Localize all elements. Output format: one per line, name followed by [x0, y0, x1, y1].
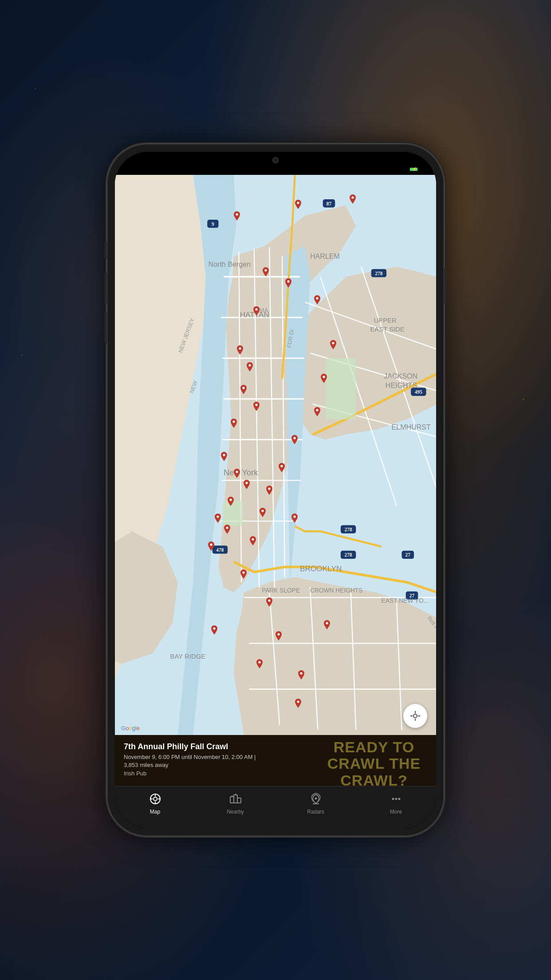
map-pin[interactable] [232, 211, 242, 225]
svg-point-108 [413, 714, 417, 718]
svg-text:CROWN HEIGHTS: CROWN HEIGHTS [310, 587, 362, 594]
mute-button [105, 241, 107, 259]
promo-overlay: READY TO CRAWL THE CRAWL? [312, 735, 436, 793]
tab-radars-icon [308, 791, 324, 807]
map-pin[interactable] [222, 525, 232, 539]
map-pin[interactable] [277, 463, 287, 477]
svg-point-73 [297, 202, 299, 204]
svg-point-72 [236, 213, 238, 215]
map-pin[interactable] [239, 385, 248, 399]
tab-more[interactable]: More [356, 791, 436, 815]
map-pin[interactable] [312, 295, 322, 309]
battery-icon: ⚡ [409, 166, 422, 172]
svg-text:87: 87 [327, 201, 332, 206]
map-pin[interactable] [264, 486, 274, 500]
svg-text:495: 495 [415, 389, 422, 395]
svg-point-78 [316, 297, 318, 299]
volume-up-button [105, 273, 107, 304]
map-pin[interactable] [328, 340, 338, 354]
svg-text:UPPER: UPPER [374, 317, 397, 324]
volume-down-button [105, 312, 107, 344]
map-pin[interactable] [252, 306, 261, 320]
svg-point-102 [278, 633, 280, 635]
google-watermark: Google [121, 725, 140, 731]
map-pin[interactable] [206, 541, 216, 556]
map-pin[interactable] [264, 597, 274, 612]
map-tab-icon [149, 792, 162, 806]
svg-point-105 [258, 661, 260, 664]
map-pin[interactable] [283, 278, 293, 292]
svg-point-106 [300, 672, 302, 675]
map-pin[interactable] [219, 452, 229, 466]
signal-bar-3 [390, 168, 392, 172]
tab-nearby-label: Nearby [227, 809, 244, 815]
tab-nearby-icon [228, 791, 244, 807]
map-container[interactable]: 278 495 278 27 87 278 9 [115, 175, 436, 735]
svg-point-86 [316, 409, 318, 411]
more-tab-icon [390, 792, 403, 806]
svg-point-76 [287, 280, 289, 282]
svg-point-92 [226, 527, 228, 529]
map-pin[interactable] [248, 536, 258, 550]
map-pin[interactable] [322, 620, 332, 634]
map-pin[interactable] [213, 514, 223, 528]
map-pin[interactable] [290, 435, 299, 449]
map-pin[interactable] [242, 480, 252, 494]
map-pin[interactable] [255, 659, 264, 673]
status-icons: ⚡ [385, 166, 422, 172]
tab-bar: Map Nearby [115, 786, 436, 828]
signal-bar-4 [393, 166, 394, 172]
svg-point-91 [216, 515, 219, 518]
map-pin[interactable] [319, 374, 329, 388]
location-button[interactable] [403, 704, 427, 728]
time-display: 7:44 [129, 163, 144, 172]
svg-point-85 [332, 342, 335, 344]
tab-map[interactable]: Map [115, 791, 195, 815]
svg-point-104 [213, 628, 216, 630]
svg-point-88 [236, 470, 238, 473]
tab-more-label: More [390, 809, 402, 815]
map-pin[interactable] [209, 625, 219, 640]
svg-point-81 [242, 387, 244, 389]
power-button [444, 268, 446, 304]
event-card[interactable]: 7th Annual Philly Fall Crawl November 9,… [115, 735, 436, 793]
map-pin[interactable] [252, 402, 261, 416]
tab-radars[interactable]: Radars [276, 791, 356, 815]
map-pin[interactable] [293, 200, 303, 214]
map-pin[interactable] [226, 497, 236, 511]
svg-text:27: 27 [405, 552, 411, 557]
map-pin[interactable] [312, 407, 322, 421]
map-pin[interactable] [235, 345, 245, 360]
tab-nearby[interactable]: Nearby [195, 791, 276, 815]
location-active-icon [146, 165, 151, 170]
map-pin[interactable] [258, 508, 268, 522]
svg-point-75 [265, 269, 267, 271]
svg-text:9: 9 [212, 221, 214, 227]
svg-point-77 [255, 308, 257, 310]
map-pin[interactable] [232, 469, 242, 483]
svg-text:478: 478 [216, 547, 224, 553]
tab-radars-label: Radars [307, 809, 324, 815]
svg-point-74 [351, 196, 354, 198]
map-pin[interactable] [239, 569, 248, 584]
svg-text:JACKSON: JACKSON [384, 372, 417, 380]
map-pin[interactable] [293, 699, 303, 713]
svg-point-79 [239, 348, 241, 350]
map-pin[interactable] [245, 362, 255, 376]
status-time: 7:44 [129, 163, 151, 172]
svg-text:278: 278 [344, 527, 352, 532]
map-pin[interactable] [348, 194, 358, 209]
svg-point-100 [242, 572, 244, 574]
map-pin[interactable] [296, 670, 306, 684]
svg-point-84 [323, 375, 325, 378]
svg-point-83 [232, 420, 235, 423]
map-pin[interactable] [274, 631, 283, 645]
svg-point-98 [252, 538, 254, 540]
map-pin[interactable] [229, 419, 239, 433]
svg-text:HARLEM: HARLEM [310, 252, 340, 260]
map-pin[interactable] [290, 514, 299, 528]
svg-point-128 [395, 798, 397, 800]
signal-bars [385, 166, 394, 172]
phone-frame: 7:44 [107, 144, 444, 836]
map-pin[interactable] [261, 267, 271, 281]
